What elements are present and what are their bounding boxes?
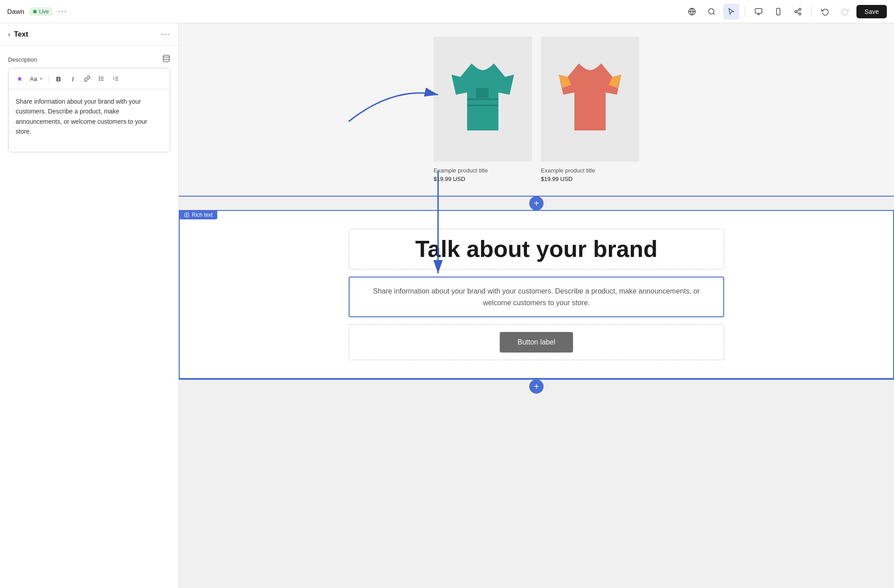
sidebar: ‹ Text ··· Description <box>0 23 179 588</box>
product-title-1: Example product title <box>434 167 532 174</box>
body-solid-box[interactable]: Share information about your brand with … <box>349 277 724 317</box>
sidebar-more-button[interactable]: ··· <box>161 29 170 39</box>
product-image-1 <box>434 37 532 162</box>
live-label: Live <box>39 8 49 15</box>
product-price-1: $19.99 USD <box>434 176 532 182</box>
svg-point-11 <box>799 13 801 15</box>
sidebar-title: Text <box>14 30 28 38</box>
search-icon[interactable] <box>704 4 720 20</box>
sidebar-body: Description Aa <box>0 46 178 161</box>
font-picker[interactable]: Aa <box>27 74 46 84</box>
product-image-2 <box>541 37 639 162</box>
share-icon[interactable] <box>790 4 806 20</box>
globe-icon[interactable] <box>684 4 700 20</box>
tshirt-teal-svg <box>447 55 519 144</box>
add-bottom-area: + <box>179 379 894 393</box>
description-label-text: Description <box>8 56 37 63</box>
product-title-2: Example product title <box>541 167 639 174</box>
topbar-right: Save <box>684 4 887 20</box>
bullet-list-button[interactable] <box>95 72 108 85</box>
add-section-above-button[interactable]: + <box>529 196 544 210</box>
product-price-2: $19.99 USD <box>541 176 639 182</box>
sidebar-header: ‹ Text ··· <box>0 23 178 46</box>
app-name: Dawn <box>7 8 24 15</box>
button-wrap: Button label <box>189 324 884 360</box>
svg-line-13 <box>797 9 799 11</box>
sidebar-header-left: ‹ Text <box>8 30 28 38</box>
topbar: Dawn Live ··· <box>0 0 894 23</box>
topbar-left: Dawn Live ··· <box>7 7 67 16</box>
rich-text-editor: Aa B I <box>8 68 170 152</box>
svg-rect-7 <box>776 8 780 15</box>
editor-content[interactable]: Share information about your brand with … <box>8 89 170 152</box>
rich-text-badge-label: Rich text <box>192 212 213 218</box>
svg-point-10 <box>795 10 797 13</box>
svg-line-3 <box>713 13 715 14</box>
svg-point-9 <box>799 8 801 10</box>
tshirt-coral-svg <box>554 55 626 144</box>
add-top-area: + <box>179 196 894 210</box>
add-section-below-button[interactable]: + <box>529 379 544 394</box>
toolbar-sep1 <box>49 75 49 83</box>
topbar-more-button[interactable]: ··· <box>58 7 67 16</box>
ai-toolbar-button[interactable] <box>13 72 26 85</box>
live-badge: Live <box>29 7 53 16</box>
svg-point-18 <box>99 77 100 77</box>
cta-button[interactable]: Button label <box>500 332 574 353</box>
svg-point-2 <box>708 8 714 14</box>
rich-text-badge: Rich text <box>180 210 217 219</box>
brand-heading: Talk about your brand <box>358 236 715 262</box>
back-button[interactable]: ‹ <box>8 30 10 38</box>
brand-body-text: Share information about your brand with … <box>360 286 713 308</box>
product-card-2: Example product title $19.99 USD <box>541 37 639 182</box>
rich-text-badge-icon <box>184 212 190 218</box>
svg-point-14 <box>163 55 169 58</box>
svg-rect-4 <box>755 8 762 13</box>
main-layout: ‹ Text ··· Description <box>0 23 894 588</box>
rich-text-section: Rich text Talk about your brand Share in… <box>179 210 894 379</box>
bold-button[interactable]: B <box>52 72 65 85</box>
rich-text-wrapper: + Rich text Talk about your brand <box>179 196 894 393</box>
body-wrap: Share information about your brand with … <box>189 277 884 317</box>
editor-toolbar: Aa B I <box>8 68 170 89</box>
redo-icon[interactable] <box>837 4 853 20</box>
rich-text-content: Talk about your brand Share information … <box>180 211 893 378</box>
description-label: Description <box>8 55 170 64</box>
mobile-icon[interactable] <box>770 4 786 20</box>
link-button[interactable] <box>80 72 94 85</box>
italic-button[interactable]: I <box>66 72 80 85</box>
ordered-list-button[interactable] <box>109 72 122 85</box>
font-label: Aa <box>30 76 37 82</box>
canvas: Example product title $19.99 USD Example… <box>179 23 894 588</box>
divider2 <box>811 6 812 17</box>
svg-rect-25 <box>476 88 489 98</box>
desktop-icon[interactable] <box>751 4 767 20</box>
svg-point-20 <box>99 80 100 80</box>
database-icon[interactable] <box>162 55 170 64</box>
products-section: Example product title $19.99 USD Example… <box>179 23 894 196</box>
save-button[interactable]: Save <box>856 5 887 18</box>
undo-icon[interactable] <box>817 4 833 20</box>
heading-dashed-box[interactable]: Talk about your brand <box>349 229 724 269</box>
divider <box>745 6 745 17</box>
product-card-1: Example product title $19.99 USD <box>434 37 532 182</box>
svg-line-12 <box>797 12 799 13</box>
heading-wrap: Talk about your brand <box>189 229 884 269</box>
select-icon[interactable] <box>723 4 739 20</box>
svg-point-19 <box>99 78 100 79</box>
live-dot <box>33 10 37 13</box>
button-dashed-box[interactable]: Button label <box>349 324 724 360</box>
